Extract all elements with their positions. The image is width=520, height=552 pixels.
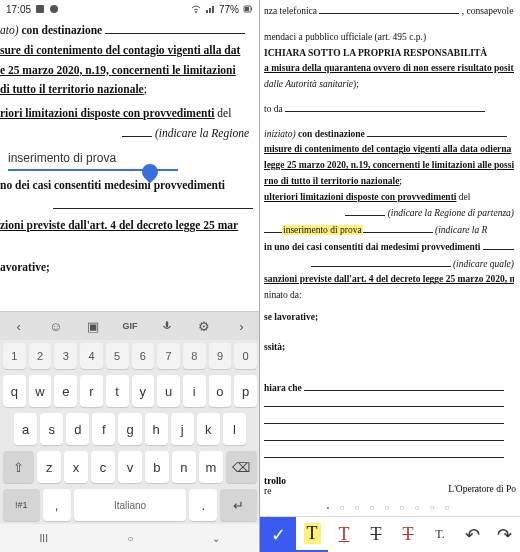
key-n[interactable]: n <box>172 451 196 483</box>
key-1[interactable]: 1 <box>3 343 26 369</box>
key-s[interactable]: s <box>40 413 63 445</box>
key-l[interactable]: l <box>223 413 246 445</box>
doc-text: di tutto il territorio nazionale <box>0 83 144 95</box>
doc-text: e 25 marzo 2020, n.19, <box>0 64 112 76</box>
key-space[interactable]: Italiano <box>74 489 187 521</box>
doc-text: del <box>214 107 231 119</box>
key-shift[interactable]: ⇧ <box>3 451 34 483</box>
doc-text: medesimi provvedimenti <box>104 179 225 191</box>
key-u[interactable]: u <box>157 375 180 407</box>
key-a[interactable]: a <box>14 413 37 445</box>
text-note-button[interactable]: T. <box>424 517 456 552</box>
status-notif-icon <box>49 4 59 14</box>
number-row: 1 2 3 4 5 6 7 8 9 0 <box>0 340 260 372</box>
key-h[interactable]: h <box>145 413 168 445</box>
key-3[interactable]: 3 <box>54 343 77 369</box>
doc-text: del <box>456 192 470 202</box>
key-4[interactable]: 4 <box>80 343 103 369</box>
redo-button[interactable]: ↷ <box>488 517 520 552</box>
blank-line <box>105 24 245 34</box>
key-g[interactable]: g <box>118 413 141 445</box>
signal-icon <box>205 4 215 14</box>
key-9[interactable]: 9 <box>209 343 232 369</box>
key-period[interactable]: . <box>189 489 217 521</box>
emoji-icon[interactable]: ☺ <box>47 317 65 335</box>
doc-text: ulteriori limitazioni disposte con provv… <box>264 192 456 202</box>
key-5[interactable]: 5 <box>106 343 129 369</box>
key-symbols[interactable]: !#1 <box>3 489 40 521</box>
confirm-button[interactable]: ✓ <box>260 517 296 552</box>
key-2[interactable]: 2 <box>29 343 52 369</box>
svg-rect-5 <box>245 7 249 11</box>
left-document[interactable]: ato) con destinazione sure di contenimen… <box>0 18 259 283</box>
key-comma[interactable]: , <box>43 489 71 521</box>
gif-icon[interactable]: GIF <box>121 317 139 335</box>
key-c[interactable]: c <box>91 451 115 483</box>
doc-text: misure di contenimento del contagio vige… <box>264 144 511 154</box>
key-0[interactable]: 0 <box>234 343 257 369</box>
blank-line <box>264 223 282 233</box>
key-w[interactable]: w <box>29 375 52 407</box>
doc-text: in uno dei casi consentiti dai medesimi … <box>264 242 481 252</box>
doc-text: legge 25 marzo 2020, n.19, <box>264 160 373 170</box>
blank-line <box>264 431 504 441</box>
undo-button[interactable]: ↶ <box>456 517 488 552</box>
doc-text: concernenti le limitazioni <box>112 64 236 76</box>
key-o[interactable]: o <box>209 375 232 407</box>
kbd-expand-icon[interactable]: › <box>232 317 250 335</box>
nav-recent-icon[interactable]: III <box>40 533 48 544</box>
doc-text: sanzioni previste dall'art. 4 del decret… <box>264 274 514 284</box>
key-6[interactable]: 6 <box>132 343 155 369</box>
doc-text: avorative; <box>0 261 50 273</box>
key-b[interactable]: b <box>145 451 169 483</box>
key-t[interactable]: t <box>106 375 129 407</box>
blank-line <box>304 381 504 391</box>
key-y[interactable]: y <box>132 375 155 407</box>
key-j[interactable]: j <box>171 413 194 445</box>
svg-rect-4 <box>251 8 252 10</box>
key-e[interactable]: e <box>54 375 77 407</box>
settings-icon[interactable]: ⚙ <box>195 317 213 335</box>
sticker-icon[interactable]: ▣ <box>84 317 102 335</box>
doc-text: (indicare la Regione di partenza) <box>388 208 514 218</box>
blank-line <box>285 102 485 112</box>
nav-home-icon[interactable]: ○ <box>127 533 133 544</box>
doc-text: a misura della quarantena ovvero di non … <box>264 63 514 73</box>
key-f[interactable]: f <box>92 413 115 445</box>
key-8[interactable]: 8 <box>183 343 206 369</box>
doc-text: rno di tutto il territorio nazionale <box>264 176 399 186</box>
kbd-collapse-icon[interactable]: ‹ <box>10 317 28 335</box>
key-v[interactable]: v <box>118 451 142 483</box>
doc-text: (indicare quale) <box>453 259 514 269</box>
key-enter[interactable]: ↵ <box>220 489 257 521</box>
key-d[interactable]: d <box>66 413 89 445</box>
blank-line <box>264 397 504 407</box>
key-q[interactable]: q <box>3 375 26 407</box>
text-underline-button[interactable]: T <box>328 517 360 552</box>
right-document[interactable]: nza telefonica , consapevole delle cons … <box>260 0 520 468</box>
text-color-button[interactable]: T <box>296 517 328 552</box>
doc-text: ICHIARA SOTTO LA PROPRIA RESPONSABILITÀ <box>264 48 487 58</box>
text-strike-button[interactable]: T <box>360 517 392 552</box>
key-m[interactable]: m <box>199 451 223 483</box>
text-strike-red-button[interactable]: T <box>392 517 424 552</box>
blank-line <box>319 4 459 14</box>
nav-back-icon[interactable]: ⌄ <box>212 533 220 544</box>
doc-text: no dei casi consentiti <box>0 179 104 191</box>
key-z[interactable]: z <box>37 451 61 483</box>
key-x[interactable]: x <box>64 451 88 483</box>
doc-text: (indicare la R <box>435 225 487 235</box>
voice-icon[interactable] <box>158 317 176 335</box>
key-i[interactable]: i <box>183 375 206 407</box>
doc-text: iniziato) <box>264 129 298 139</box>
key-r[interactable]: r <box>80 375 103 407</box>
key-backspace[interactable]: ⌫ <box>226 451 257 483</box>
doc-text: , consapevole delle cons <box>459 6 514 16</box>
doc-text: ninato da: <box>264 290 302 300</box>
key-k[interactable]: k <box>197 413 220 445</box>
key-p[interactable]: p <box>234 375 257 407</box>
status-bar: 17:05 77% <box>0 0 259 18</box>
key-7[interactable]: 7 <box>157 343 180 369</box>
blank-line <box>363 223 433 233</box>
highlighted-text[interactable]: inserimento di prova <box>282 225 363 235</box>
